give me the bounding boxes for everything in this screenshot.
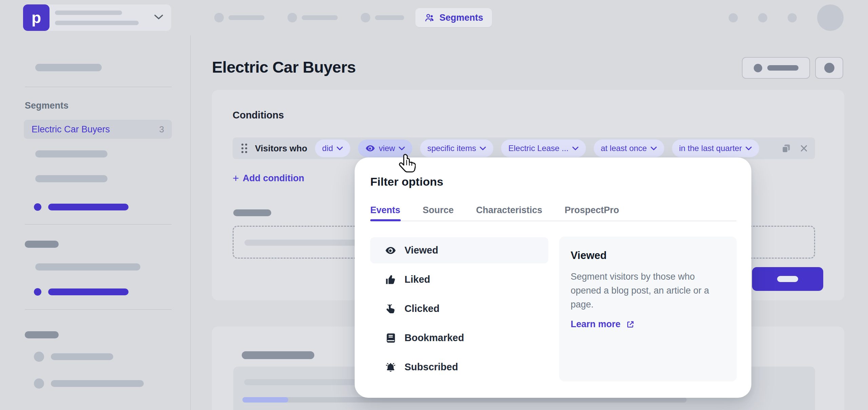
skeleton-bar — [375, 15, 404, 20]
event-option-viewed[interactable]: Viewed — [370, 237, 548, 263]
sidebar-item-electric-car-buyers[interactable]: Electric Car Buyers 3 — [24, 120, 172, 139]
chevron-down-icon — [572, 146, 579, 151]
condition-chip-item-value[interactable]: Electric Lease ... — [501, 139, 586, 157]
external-link-icon — [625, 319, 635, 330]
bell-icon — [385, 361, 396, 373]
event-option-subscribed[interactable]: Subscribed — [370, 354, 548, 380]
chip-label: in the last quarter — [679, 144, 742, 153]
event-label: Liked — [405, 274, 430, 285]
conditions-heading: Conditions — [233, 110, 284, 121]
header-secondary-button[interactable] — [742, 57, 810, 79]
avatar[interactable] — [817, 4, 844, 31]
card-heading-skeleton — [242, 351, 314, 359]
top-bar: p Se — [0, 0, 868, 35]
tab-prospectpro[interactable]: ProspectPro — [565, 205, 619, 216]
nav-icon-skeleton — [361, 13, 370, 22]
close-icon[interactable] — [800, 144, 808, 153]
chip-label: Electric Lease ... — [508, 144, 568, 153]
page-title: Electric Car Buyers — [212, 58, 356, 76]
topbar-icon-button[interactable] — [729, 13, 738, 22]
logo-letter: p — [32, 8, 41, 27]
event-label: Subscribed — [405, 361, 458, 373]
nav-item-skeleton — [288, 13, 338, 22]
skeleton-bar — [48, 288, 129, 295]
plus-icon: + — [233, 173, 239, 184]
event-label: Viewed — [405, 245, 438, 256]
active-tab-underline — [370, 219, 401, 221]
nav-item-skeleton — [214, 13, 264, 22]
skeleton-bar — [51, 353, 113, 360]
section-label-skeleton — [25, 241, 59, 248]
purple-dot — [34, 203, 41, 211]
skeleton-bar — [35, 150, 107, 157]
button-label-skeleton — [767, 65, 798, 71]
divider — [25, 224, 172, 225]
button-label-skeleton — [777, 276, 798, 282]
tab-characteristics[interactable]: Characteristics — [476, 205, 542, 216]
chevron-down-icon — [398, 146, 405, 151]
sidebar-item-skeleton — [34, 203, 129, 211]
skeleton-bar — [48, 204, 129, 210]
event-option-liked[interactable]: Liked — [370, 266, 548, 293]
chip-label: did — [322, 144, 333, 153]
skeleton-bar — [302, 15, 338, 20]
primary-action-button[interactable] — [752, 267, 823, 291]
add-condition-button[interactable]: + Add condition — [233, 173, 304, 184]
tab-events[interactable]: Events — [370, 205, 400, 216]
sidebar-item-skeleton — [34, 288, 129, 296]
learn-more-label: Learn more — [571, 319, 620, 330]
section-label-skeleton — [25, 331, 59, 338]
users-icon — [424, 12, 435, 23]
chip-label: at least once — [601, 144, 647, 153]
learn-more-link[interactable]: Learn more — [571, 319, 725, 330]
book-icon — [385, 332, 396, 344]
workspace-switcher[interactable]: p — [23, 4, 171, 31]
condition-prefix: Visitors who — [255, 143, 307, 154]
chip-label: view — [379, 144, 395, 153]
drag-handle[interactable] — [241, 144, 247, 153]
event-label: Clicked — [405, 303, 439, 314]
sidebar: Segments Electric Car Buyers 3 — [0, 35, 191, 410]
duplicate-icon[interactable] — [781, 143, 791, 154]
topbar-icon-button[interactable] — [758, 13, 767, 22]
tab-source[interactable]: Source — [423, 205, 454, 216]
condition-row-actions — [781, 143, 808, 154]
header-icon-button[interactable] — [815, 57, 843, 79]
skeleton-bar — [35, 175, 107, 182]
tab-track — [370, 221, 736, 221]
condition-chip-timeframe[interactable]: in the last quarter — [672, 139, 759, 157]
nav-item-skeleton — [361, 13, 404, 22]
progress-bar — [242, 397, 687, 403]
condition-chip-view[interactable]: view — [358, 139, 412, 157]
top-nav-placeholder — [214, 0, 404, 35]
skeleton-bar — [55, 11, 122, 15]
chip-label: specific items — [427, 144, 476, 153]
nav-segments-button[interactable]: Segments — [415, 8, 492, 27]
divider — [25, 309, 172, 310]
tap-icon — [385, 303, 396, 315]
topbar-icon-button[interactable] — [788, 13, 797, 22]
condition-row: Visitors who did view specific items — [233, 137, 815, 159]
eye-icon — [385, 245, 396, 256]
purple-dot — [34, 288, 41, 296]
skeleton-bar — [35, 64, 102, 71]
condition-chip-did[interactable]: did — [315, 139, 350, 157]
event-option-clicked[interactable]: Clicked — [370, 296, 548, 322]
add-condition-label: Add condition — [243, 173, 304, 184]
condition-chip-frequency[interactable]: at least once — [594, 139, 664, 157]
event-option-bookmarked[interactable]: Bookmarked — [370, 325, 548, 351]
field-label-skeleton — [233, 209, 271, 216]
chevron-down-icon — [479, 146, 486, 151]
condition-chip-items[interactable]: specific items — [420, 139, 493, 157]
modal-title: Filter options — [370, 175, 443, 188]
event-detail-panel: Viewed Segment visitors by those who ope… — [559, 237, 737, 381]
eye-icon — [365, 143, 375, 153]
sidebar-item-count: 3 — [159, 124, 164, 135]
chevron-down-icon — [650, 146, 657, 151]
skeleton-bar — [55, 21, 139, 25]
button-icon-skeleton — [824, 63, 834, 73]
top-bar-actions — [729, 0, 844, 35]
filter-options-modal: Filter options Events Source Characteris… — [355, 157, 751, 398]
nav-icon-skeleton — [288, 13, 297, 22]
gray-dot — [34, 378, 44, 389]
